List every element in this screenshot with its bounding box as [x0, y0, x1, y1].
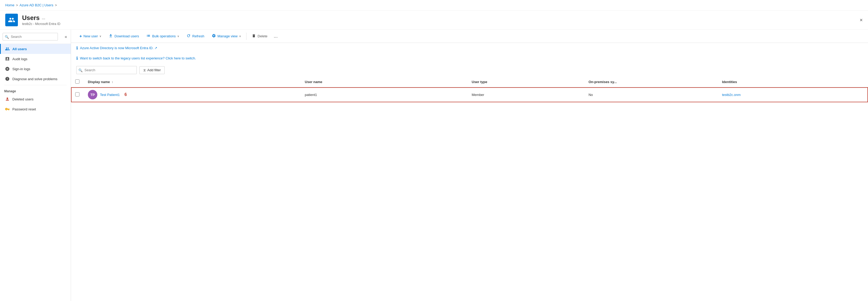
banner-1-link[interactable]: Azure Active Directory is now Microsoft …	[80, 46, 157, 50]
sidebar-item-deleted-users[interactable]: Deleted users	[0, 94, 71, 104]
col-header-checkbox	[71, 77, 84, 87]
table-body: TP Test Patient1 6 patient1 Member No te…	[71, 87, 868, 102]
audit-logs-icon	[5, 57, 10, 61]
settings-icon	[212, 34, 216, 39]
banner-2-link[interactable]: Want to switch back to the legacy users …	[80, 56, 196, 60]
filter-row: 🔍 ⧖ Add filter	[71, 63, 868, 77]
row-user-name-cell: patient1	[301, 87, 467, 102]
diagnose-icon	[5, 76, 10, 81]
toolbar: + New user ∨ Download users Bulk operati…	[71, 30, 868, 43]
row-user-type-cell: Member	[467, 87, 584, 102]
display-name-link[interactable]: Test Patient1	[100, 93, 120, 97]
sidebar-search-input[interactable]	[3, 33, 58, 40]
col-header-identities: Identities	[718, 77, 868, 87]
password-reset-icon	[5, 107, 10, 111]
sort-arrow: ↑	[112, 80, 113, 83]
row-on-premises-cell: No	[584, 87, 718, 102]
header-text: Users ... testb2c - Microsoft Entra ID	[22, 14, 60, 26]
nav-divider	[4, 85, 66, 85]
manage-section-label: Manage	[0, 86, 71, 94]
row-checkbox-cell	[71, 87, 84, 102]
info-icon-1: ℹ	[76, 45, 78, 51]
sidebar-search-icon: 🔍	[5, 35, 9, 39]
download-users-button[interactable]: Download users	[105, 32, 142, 40]
row-checkbox[interactable]	[75, 92, 80, 97]
breadcrumb: Home > Azure AD B2C | Users >	[0, 0, 868, 10]
user-avatar: TP	[88, 90, 97, 99]
sidebar-item-password-reset-label: Password reset	[12, 107, 36, 111]
sidebar: 🔍 « All users Audit logs	[0, 30, 71, 301]
sign-in-logs-icon	[5, 67, 10, 71]
sidebar-item-sign-in-logs[interactable]: Sign-in logs	[0, 64, 71, 74]
users-table: Display name ↑ User name User type On-pr…	[71, 77, 868, 102]
breadcrumb-parent[interactable]: Azure AD B2C | Users	[20, 3, 53, 7]
manage-view-button[interactable]: Manage view ∨	[209, 32, 244, 40]
delete-icon	[252, 34, 256, 39]
sidebar-item-deleted-users-label: Deleted users	[12, 97, 33, 101]
sidebar-search-wrap: 🔍	[3, 33, 63, 40]
col-header-display-name[interactable]: Display name ↑	[84, 77, 301, 87]
sidebar-item-audit-logs[interactable]: Audit logs	[0, 54, 71, 64]
bulk-operations-button[interactable]: Bulk operations ∨	[143, 32, 182, 40]
page-title: Users ...	[22, 14, 60, 22]
identities-link[interactable]: testb2c.onm	[722, 93, 741, 97]
content-area: + New user ∨ Download users Bulk operati…	[71, 30, 868, 301]
sidebar-item-audit-logs-label: Audit logs	[12, 57, 27, 61]
main-layout: 🔍 « All users Audit logs	[0, 30, 868, 301]
filter-search-icon: 🔍	[79, 68, 83, 72]
new-user-chevron: ∨	[99, 35, 101, 38]
new-user-button[interactable]: + New user ∨	[76, 32, 104, 40]
info-banner-1: ℹ Azure Active Directory is now Microsof…	[71, 43, 868, 53]
header-subtitle: testb2c - Microsoft Entra ID	[22, 22, 60, 26]
sidebar-item-sign-in-logs-label: Sign-in logs	[12, 67, 30, 71]
sidebar-item-password-reset[interactable]: Password reset	[0, 104, 71, 114]
col-header-on-premises: On-premises sy...	[584, 77, 718, 87]
sidebar-item-all-users-label: All users	[12, 47, 27, 51]
sidebar-item-diagnose[interactable]: Diagnose and solve problems	[0, 74, 71, 84]
breadcrumb-sep1: >	[16, 3, 18, 7]
sidebar-nav: All users Audit logs Sign-in logs	[0, 44, 71, 301]
close-button[interactable]: ×	[860, 17, 863, 23]
more-button[interactable]: ...	[272, 32, 280, 40]
select-all-checkbox[interactable]	[75, 79, 80, 83]
col-header-user-type: User type	[467, 77, 584, 87]
delete-button[interactable]: Delete	[249, 32, 271, 40]
add-filter-button[interactable]: ⧖ Add filter	[140, 66, 165, 74]
header-ellipsis[interactable]: ...	[42, 15, 45, 20]
sidebar-search-area: 🔍 «	[0, 30, 71, 44]
deleted-users-icon	[5, 97, 10, 101]
sidebar-item-diagnose-label: Diagnose and solve problems	[12, 77, 57, 81]
header-icon	[5, 14, 18, 26]
row-number: 6	[124, 92, 127, 97]
filter-icon: ⧖	[143, 68, 146, 72]
row-identities-cell: testb2c.onm	[718, 87, 868, 102]
sidebar-item-all-users[interactable]: All users	[0, 44, 71, 54]
breadcrumb-home[interactable]: Home	[5, 3, 14, 7]
all-users-icon	[5, 46, 10, 51]
sidebar-collapse-button[interactable]: «	[64, 33, 68, 40]
page-header: Users ... testb2c - Microsoft Entra ID ×	[0, 10, 868, 30]
plus-icon: +	[80, 34, 82, 39]
table-row: TP Test Patient1 6 patient1 Member No te…	[71, 87, 868, 102]
bulk-chevron: ∨	[177, 35, 179, 38]
bulk-icon	[146, 34, 151, 39]
display-name-cell: TP Test Patient1 6	[88, 90, 297, 99]
info-banner-2: ℹ Want to switch back to the legacy user…	[71, 53, 868, 63]
users-table-wrap: Display name ↑ User name User type On-pr…	[71, 77, 868, 301]
filter-search-wrap: 🔍	[76, 66, 137, 74]
table-header: Display name ↑ User name User type On-pr…	[71, 77, 868, 87]
row-display-name-cell: TP Test Patient1 6	[84, 87, 301, 102]
filter-search-input[interactable]	[76, 66, 137, 74]
col-header-user-name: User name	[301, 77, 467, 87]
download-icon	[108, 34, 113, 39]
refresh-icon	[186, 34, 191, 39]
manage-view-chevron: ∨	[239, 35, 241, 38]
info-icon-2: ℹ	[76, 56, 78, 61]
breadcrumb-sep2: >	[55, 3, 57, 7]
refresh-button[interactable]: Refresh	[183, 32, 208, 40]
users-icon	[8, 16, 15, 24]
